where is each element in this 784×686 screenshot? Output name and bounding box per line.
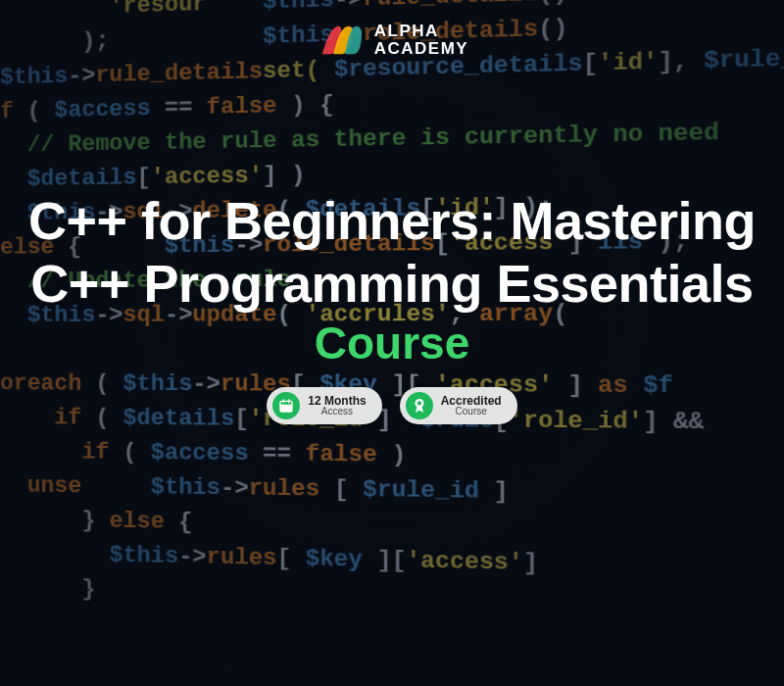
calendar-icon: [272, 392, 300, 419]
content-layer: ALPHA ACADEMY C++ for Beginners: Masteri…: [0, 0, 784, 686]
ribbon-icon: [406, 392, 433, 419]
brand-line2: ACADEMY: [374, 40, 468, 58]
course-subtitle: Course: [20, 317, 764, 369]
badge-access: 12 Months Access: [267, 387, 381, 424]
course-title: C++ for Beginners: Mastering C++ Program…: [20, 190, 764, 315]
badge-accredited-line2: Course: [441, 407, 502, 417]
hero-section: C++ for Beginners: Mastering C++ Program…: [0, 190, 784, 424]
badge-row: 12 Months Access Accredited Course: [20, 387, 764, 424]
svg-point-6: [417, 402, 421, 406]
brand-name: ALPHA ACADEMY: [374, 23, 468, 58]
badge-access-text: 12 Months Access: [308, 395, 366, 417]
badge-accredited-text: Accredited Course: [441, 395, 502, 417]
alpha-logo-icon: [316, 18, 365, 63]
badge-access-line2: Access: [308, 407, 366, 417]
brand-line1: ALPHA: [374, 23, 468, 40]
badge-accredited: Accredited Course: [400, 387, 517, 424]
brand-header: ALPHA ACADEMY: [316, 18, 468, 63]
